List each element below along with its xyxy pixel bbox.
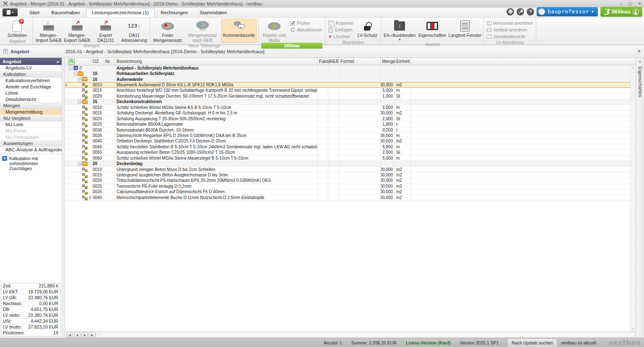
- next-record-button[interactable]: [81, 332, 88, 337]
- table-row[interactable]: PS 0015 Untergrund ausgleichen Beton Aus…: [65, 172, 636, 178]
- sidebar-item[interactable]: Auswertungen: [0, 140, 62, 147]
- expand-collapse-icon[interactable]: [74, 72, 78, 75]
- sidebar-item[interactable]: Anteile und Zuschläge: [0, 84, 62, 90]
- table-row[interactable]: PS 0025 Betonstahlmatte B500A Lagermatte…: [65, 122, 636, 127]
- table-row[interactable]: PS 0020 Trittschalldämmschicht PS-Hartsc…: [65, 178, 636, 184]
- table-row[interactable]: 20 Deckenbelag: [65, 161, 636, 166]
- column-header-einheit[interactable]: Einheit: [395, 58, 411, 65]
- table-row[interactable]: PS 0040 Ortbeton Deckenpl. Stahlbeton C2…: [65, 139, 636, 144]
- ein-ausblenden-button[interactable]: Ein-/Ausblenden: [383, 19, 416, 41]
- maximize-button[interactable]: [628, 1, 632, 7]
- sidebar-item[interactable]: NU-Vergleich: [0, 115, 62, 122]
- vertical-scrollbar[interactable]: [630, 65, 636, 331]
- standardansicht-button[interactable]: Standardansicht: [486, 34, 534, 39]
- column-header-menge[interactable]: Menge: [381, 58, 395, 65]
- update-check-button[interactable]: Nach Update suchen: [508, 339, 557, 347]
- table-row[interactable]: PS 0010 Schlitz schließen Mörtel MGIIa S…: [65, 105, 636, 110]
- table-row[interactable]: 10 Außenwände: [65, 77, 636, 82]
- column-header-fakto[interactable]: Fakto: [318, 58, 328, 65]
- expand-collapse-icon[interactable]: [78, 100, 82, 104]
- horizontal-anordnen-button[interactable]: Horizontal anordnen: [486, 20, 534, 26]
- langtext-fenster-button[interactable]: Langtext-Fenster: [448, 19, 482, 41]
- column-header-oz[interactable]: OZ: [91, 58, 104, 65]
- sidebar-item[interactable]: NU-Preise: [0, 128, 62, 134]
- column-header-formel[interactable]: Formel: [339, 58, 381, 65]
- table-row[interactable]: PS 0055 Aussparung schließen Beton C20/2…: [65, 150, 636, 155]
- 365bau-button[interactable]: 3 365bau: [600, 7, 642, 17]
- previous-record-button[interactable]: [74, 332, 80, 337]
- minimize-button[interactable]: [620, 1, 623, 7]
- application-menu-button[interactable]: [3, 8, 18, 16]
- table-row[interactable]: PS 0020 Kernbohrung Mauerziegel Durchm. …: [65, 93, 636, 99]
- table-row[interactable]: PS 0040 Mehrschichtparkettelemente Buche…: [65, 195, 636, 200]
- table-row[interactable]: PS 0015 Anschluss hinterlegt WD 100 mm S…: [65, 88, 636, 93]
- mengen-import-gaeb-button[interactable]: ↓ Mengen-Import GAEB: [35, 19, 62, 43]
- mengen-export-gaeb-button[interactable]: ↗ Mengen-Export GAEB: [63, 19, 91, 43]
- pruefen-button[interactable]: Prüfen: [289, 20, 323, 26]
- menu-tab[interactable]: Start: [23, 8, 45, 17]
- eigenschaften-button[interactable]: Eigenschaften: [417, 19, 447, 41]
- table-row[interactable]: Angebot - Schillerplatz Mehrfamilienhaus: [65, 65, 636, 71]
- lv-schutz-button[interactable]: LV-Schutz: [356, 19, 379, 39]
- first-record-button[interactable]: [66, 332, 73, 337]
- loeschen-button[interactable]: ✕ Löschen: [327, 34, 355, 39]
- expand-collapse-icon[interactable]: [78, 162, 82, 166]
- sidebar-item[interactable]: NU-Liste: [0, 122, 62, 128]
- expand-collapse-icon[interactable]: [70, 66, 73, 70]
- table-row[interactable]: PS 0010 Mauerwerk Außenwand D 30cm KS L-…: [65, 82, 636, 88]
- sidebar-footer-link[interactable]: + Kalkulation mit vorbestimmten Zuschläg…: [0, 154, 62, 171]
- bauprofessor-button[interactable]: bauprofessor: [537, 7, 597, 16]
- table-row[interactable]: PS 0030 Betonstabstahl B500A Durchm. 10-…: [65, 127, 636, 133]
- horizontal-scrollbar[interactable]: [98, 332, 635, 337]
- sidebar-item[interactable]: Mengen: [0, 103, 62, 109]
- menu-tab[interactable]: Bauvorhaben: [45, 8, 86, 17]
- kopieren-button[interactable]: Kopieren: [327, 20, 355, 26]
- column-header-bezeichnung[interactable]: Bezeichnung: [115, 58, 318, 65]
- sidebar-item[interactable]: Angebots-LV: [0, 65, 62, 71]
- table-row[interactable]: PS 0035 Calciumsulfatestrich Estrich auf…: [65, 189, 636, 195]
- sidebar-item[interactable]: Detailübersicht: [0, 96, 62, 103]
- table-row[interactable]: PS 0020 Schalung Aussparung T 20-30cm 50…: [65, 116, 636, 122]
- menu-tab[interactable]: Stammdaten: [194, 8, 233, 17]
- kommentarzeile-button[interactable]: Kommentarzeile: [221, 19, 257, 43]
- search-button[interactable]: [69, 59, 75, 65]
- table-row[interactable]: PS 0015 Schalung Deckenpl. Abstellung GF…: [65, 111, 636, 116]
- eigenschaften-panel-tab[interactable]: Eigenschaften: [636, 58, 644, 338]
- settings-button[interactable]: [517, 8, 524, 16]
- sidebar-item[interactable]: Kalkulationsverfahren: [0, 78, 62, 84]
- sidebar-item[interactable]: NU-Preisspiegel: [0, 134, 62, 140]
- sidebar-item[interactable]: ABC-Analyse & Auftragsübersicht: [0, 147, 62, 153]
- vertikal-anordnen-button[interactable]: Vertikal anordnen: [486, 27, 534, 33]
- table-row[interactable]: PS 0010 Untergrund reinigen Beton Moos D…: [65, 167, 636, 172]
- close-document-button[interactable]: ✕: [637, 49, 641, 54]
- raeume-und-masse-button[interactable]: Räume und Maße: [260, 19, 288, 43]
- sidebar-header[interactable]: Angebot: [0, 58, 62, 65]
- sidebar-item[interactable]: Kalkulation: [0, 71, 62, 78]
- menu-tab[interactable]: Leistungsverzeichnisse (1): [86, 8, 155, 17]
- column-header-reb[interactable]: REB: [328, 58, 339, 65]
- document-tab-angebot[interactable]: + Angebot: [0, 49, 62, 54]
- table-row[interactable]: 10 Rohbauarbeiten Schillerplatz: [65, 71, 636, 76]
- table-row[interactable]: PS 0035 Dämmschicht Ringanker EPS D 25mm…: [65, 133, 636, 138]
- menu-tab[interactable]: Rechnungen: [155, 8, 194, 17]
- table-row[interactable]: PS 0060 Schlitz schließen Mörtel MGIIa S…: [65, 155, 636, 161]
- close-window-button[interactable]: [638, 1, 641, 7]
- table-row[interactable]: PS 0045 Schlitz herstellen Stahlbeton B …: [65, 144, 636, 150]
- table-row[interactable]: 15 Deckenkonstruktionen: [65, 99, 636, 105]
- einfuegen-button[interactable]: Einfügen: [327, 27, 355, 33]
- export-da11-button[interactable]: ↱ Export DA11/31: [92, 19, 119, 43]
- da11-adressierung-button[interactable]: 123↓ DA11 Adressierung: [120, 19, 148, 43]
- table-row[interactable]: PS 0025 Trennschicht PE-Folie einlagig D…: [65, 184, 636, 189]
- sidebar-item[interactable]: Löhne: [0, 90, 62, 96]
- mengenansatz-nach-reb-button[interactable]: REB Mengenansatz nach REB: [184, 19, 221, 43]
- sidebar-splitter[interactable]: [62, 58, 65, 338]
- aktualisieren-button[interactable]: Aktualisieren: [289, 27, 323, 33]
- expand-collapse-icon[interactable]: [78, 78, 82, 81]
- schliessen-button[interactable]: ✕ Schließen: [3, 19, 31, 38]
- last-record-button[interactable]: [89, 332, 96, 337]
- help-button[interactable]: ?: [527, 8, 534, 16]
- column-header-nr[interactable]: Nr.: [104, 58, 115, 65]
- sidebar-item[interactable]: Mengenermittlung: [0, 109, 62, 115]
- freier-mengenansatz-button[interactable]: Freier Mengenansatz: [152, 19, 184, 43]
- print-button[interactable]: [506, 8, 514, 16]
